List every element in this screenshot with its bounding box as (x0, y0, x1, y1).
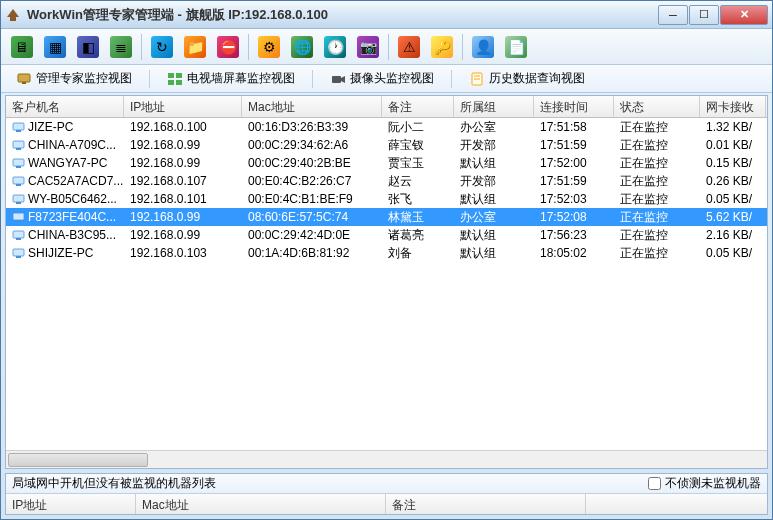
computer-icon (12, 122, 25, 133)
globe-icon: 🌐 (291, 36, 313, 58)
tab-separator (149, 70, 150, 88)
cell-mac: 00:E0:4C:B1:BE:F9 (242, 191, 382, 207)
refresh-icon: ↻ (151, 36, 173, 58)
computer-icon (12, 194, 25, 205)
scroll-thumb[interactable] (8, 453, 148, 467)
cell-remark: 贾宝玉 (382, 154, 454, 173)
cell-ip: 192.168.0.99 (124, 137, 242, 153)
toolbar-separator (141, 34, 142, 60)
tool-btn-6[interactable]: 📁 (180, 32, 210, 62)
col-status[interactable]: 状态 (614, 96, 700, 117)
cell-net: 5.62 KB/ (700, 209, 766, 225)
col-ip[interactable]: IP地址 (124, 96, 242, 117)
svg-rect-19 (16, 202, 21, 204)
table-row[interactable]: WY-B05C6462...192.168.0.10100:E0:4C:B1:B… (6, 190, 767, 208)
tool-btn-11[interactable]: 📷 (353, 32, 383, 62)
tab-expert-monitor[interactable]: 管理专家监控视图 (7, 66, 141, 91)
table-row[interactable]: JIZE-PC192.168.0.10000:16:D3:26:B3:39阮小二… (6, 118, 767, 136)
tool-btn-15[interactable]: 📄 (501, 32, 531, 62)
tool-btn-10[interactable]: 🕐 (320, 32, 350, 62)
tool-btn-2[interactable]: ▦ (40, 32, 70, 62)
maximize-button[interactable]: ☐ (689, 5, 719, 25)
table-row[interactable]: F8723FE404C...192.168.0.9908:60:6E:57:5C… (6, 208, 767, 226)
cell-net: 0.15 KB/ (700, 155, 766, 171)
warn-icon: ⚠ (398, 36, 420, 58)
cell-remark: 薛宝钗 (382, 136, 454, 155)
svg-rect-2 (168, 73, 174, 78)
cell-mac: 00:0C:29:40:2B:BE (242, 155, 382, 171)
checkbox-input[interactable] (648, 477, 661, 490)
cell-status: 正在监控 (614, 136, 700, 155)
cell-mac: 00:1A:4D:6B:81:92 (242, 245, 382, 261)
cell-ip: 192.168.0.107 (124, 173, 242, 189)
toolbar-separator (248, 34, 249, 60)
cell-remark: 诸葛亮 (382, 226, 454, 245)
checkbox-label: 不侦测未监视机器 (665, 475, 761, 492)
cell-client: CHINA-B3C95... (6, 227, 124, 243)
svg-rect-16 (13, 177, 24, 184)
bcol-ip[interactable]: IP地址 (6, 494, 136, 514)
window-controls: ─ ☐ ✕ (658, 5, 768, 25)
cell-client: CAC52A7ACD7... (6, 173, 124, 189)
close-button[interactable]: ✕ (720, 5, 768, 25)
tool-btn-3[interactable]: ◧ (73, 32, 103, 62)
col-client[interactable]: 客户机名 (6, 96, 124, 117)
cell-ip: 192.168.0.100 (124, 119, 242, 135)
list-icon: ≣ (110, 36, 132, 58)
cell-client: WY-B05C6462... (6, 191, 124, 207)
bottom-panel: 局域网中开机但没有被监视的机器列表 不侦测未监视机器 IP地址 Mac地址 备注 (5, 473, 768, 515)
table-row[interactable]: CHINA-A709C...192.168.0.9900:0C:29:34:62… (6, 136, 767, 154)
table-row[interactable]: CAC52A7ACD7...192.168.0.10700:E0:4C:B2:2… (6, 172, 767, 190)
tool-btn-4[interactable]: ≣ (106, 32, 136, 62)
col-remark[interactable]: 备注 (382, 96, 454, 117)
tool-btn-12[interactable]: ⚠ (394, 32, 424, 62)
cam-icon (330, 71, 346, 87)
cell-remark: 林黛玉 (382, 208, 454, 227)
toolbar-separator (462, 34, 463, 60)
cell-group: 办公室 (454, 118, 534, 137)
bcol-remark[interactable]: 备注 (386, 494, 586, 514)
cell-group: 默认组 (454, 154, 534, 173)
minimize-button[interactable]: ─ (658, 5, 688, 25)
tab-tv-wall[interactable]: 电视墙屏幕监控视图 (158, 66, 304, 91)
cell-status: 正在监控 (614, 190, 700, 209)
cell-time: 17:52:03 (534, 191, 614, 207)
tool-btn-8[interactable]: ⚙ (254, 32, 284, 62)
cell-status: 正在监控 (614, 226, 700, 245)
cell-remark: 刘备 (382, 244, 454, 263)
cell-remark: 赵云 (382, 172, 454, 191)
table-body[interactable]: JIZE-PC192.168.0.10000:16:D3:26:B3:39阮小二… (6, 118, 767, 450)
window-title: WorkWin管理专家管理端 - 旗舰版 IP:192.168.0.100 (27, 6, 658, 24)
wall-icon (167, 71, 183, 87)
tool-btn-9[interactable]: 🌐 (287, 32, 317, 62)
cell-ip: 192.168.0.99 (124, 227, 242, 243)
col-time[interactable]: 连接时间 (534, 96, 614, 117)
screens-icon: ▦ (44, 36, 66, 58)
tab-separator (312, 70, 313, 88)
svg-rect-6 (332, 76, 341, 83)
tool-btn-7[interactable]: ⛔ (213, 32, 243, 62)
tab-camera[interactable]: 摄像头监控视图 (321, 66, 443, 91)
svg-rect-5 (176, 80, 182, 85)
svg-rect-20 (13, 213, 24, 220)
tool-btn-13[interactable]: 🔑 (427, 32, 457, 62)
cell-group: 办公室 (454, 208, 534, 227)
table-row[interactable]: SHIJIZE-PC192.168.0.10300:1A:4D:6B:81:92… (6, 244, 767, 262)
tool-btn-5[interactable]: ↻ (147, 32, 177, 62)
cell-mac: 00:0C:29:42:4D:0E (242, 227, 382, 243)
computer-icon (12, 230, 25, 241)
clock-icon: 🕐 (324, 36, 346, 58)
bcol-mac[interactable]: Mac地址 (136, 494, 386, 514)
tab-history[interactable]: 历史数据查询视图 (460, 66, 594, 91)
tool-btn-14[interactable]: 👤 (468, 32, 498, 62)
table-row[interactable]: WANGYA7-PC192.168.0.9900:0C:29:40:2B:BE贾… (6, 154, 767, 172)
col-mac[interactable]: Mac地址 (242, 96, 382, 117)
horizontal-scrollbar[interactable] (6, 450, 767, 468)
col-net[interactable]: 网卡接收 (700, 96, 766, 117)
tool-btn-1[interactable]: 🖥 (7, 32, 37, 62)
bottom-table-header: IP地址 Mac地址 备注 (6, 494, 767, 514)
table-row[interactable]: CHINA-B3C95...192.168.0.9900:0C:29:42:4D… (6, 226, 767, 244)
col-group[interactable]: 所属组 (454, 96, 534, 117)
no-detect-checkbox[interactable]: 不侦测未监视机器 (648, 475, 761, 492)
svg-rect-14 (13, 159, 24, 166)
